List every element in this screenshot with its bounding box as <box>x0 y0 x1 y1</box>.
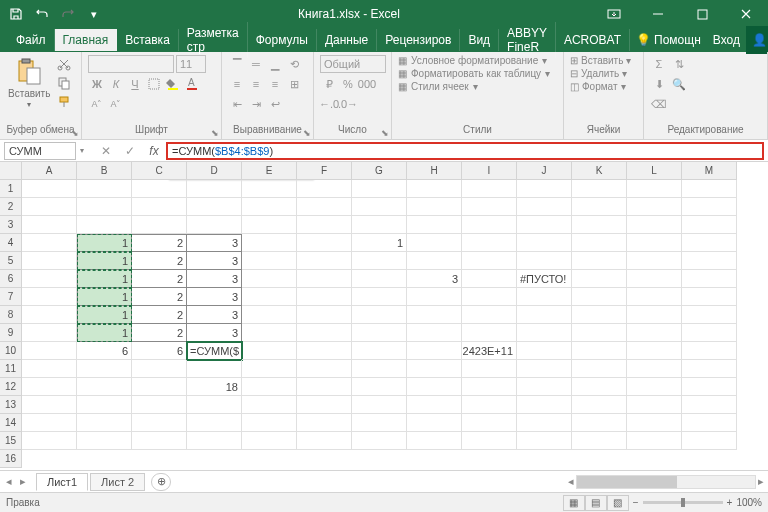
col-header-C[interactable]: C <box>132 162 187 180</box>
cell-K14[interactable] <box>572 396 627 414</box>
cell-G1[interactable] <box>352 180 407 198</box>
cell-I14[interactable] <box>462 396 517 414</box>
tab-view[interactable]: Вид <box>460 29 499 51</box>
cell-I13[interactable] <box>462 378 517 396</box>
delete-cells-button[interactable]: ⊟Удалить▾ <box>570 68 627 79</box>
cell-K6[interactable] <box>572 270 627 288</box>
cell-H2[interactable] <box>407 198 462 216</box>
col-header-M[interactable]: M <box>682 162 737 180</box>
sign-in[interactable]: Вход <box>707 33 746 47</box>
cell-J16[interactable] <box>517 432 572 450</box>
cell-C15[interactable] <box>132 414 187 432</box>
cell-C3[interactable] <box>132 216 187 234</box>
row-header-15[interactable]: 15 <box>0 432 22 450</box>
cell-styles-button[interactable]: ▦Стили ячеек▾ <box>398 81 478 92</box>
tab-data[interactable]: Данные <box>317 29 377 51</box>
italic-button[interactable]: К <box>107 75 125 93</box>
cell-D6[interactable]: 3 <box>187 270 242 288</box>
cell-K7[interactable] <box>572 288 627 306</box>
cell-E5[interactable] <box>242 252 297 270</box>
cell-I6[interactable] <box>462 270 517 288</box>
cell-E2[interactable] <box>242 198 297 216</box>
dialog-launcher-icon[interactable]: ⬊ <box>211 128 219 138</box>
cell-L15[interactable] <box>627 414 682 432</box>
cell-A5[interactable] <box>22 252 77 270</box>
cell-D13[interactable]: 18 <box>187 378 242 396</box>
zoom-slider[interactable] <box>643 501 723 504</box>
row-header-9[interactable]: 9 <box>0 324 22 342</box>
cell-C4[interactable]: 2 <box>132 234 187 252</box>
sheet-nav-prev-icon[interactable]: ◂ <box>6 475 12 488</box>
cell-M1[interactable] <box>682 180 737 198</box>
cell-I15[interactable] <box>462 414 517 432</box>
cell-D15[interactable] <box>187 414 242 432</box>
minimize-icon[interactable] <box>636 0 680 28</box>
cell-F3[interactable] <box>297 216 352 234</box>
close-icon[interactable] <box>724 0 768 28</box>
cell-K3[interactable] <box>572 216 627 234</box>
cell-F15[interactable] <box>297 414 352 432</box>
cell-D3[interactable] <box>187 216 242 234</box>
qat-dropdown-icon[interactable]: ▾ <box>82 2 106 26</box>
row-header-2[interactable]: 2 <box>0 198 22 216</box>
horizontal-scrollbar[interactable] <box>576 475 756 489</box>
col-header-K[interactable]: K <box>572 162 627 180</box>
cell-E13[interactable] <box>242 378 297 396</box>
tab-insert[interactable]: Вставка <box>117 29 179 51</box>
cell-J1[interactable] <box>517 180 572 198</box>
redo-icon[interactable] <box>56 2 80 26</box>
dialog-launcher-icon[interactable]: ⬊ <box>303 128 311 138</box>
cell-B16[interactable] <box>77 432 132 450</box>
cell-M16[interactable] <box>682 432 737 450</box>
cancel-button[interactable]: ✕ <box>94 141 118 161</box>
cell-F8[interactable] <box>297 306 352 324</box>
cell-M8[interactable] <box>682 306 737 324</box>
col-header-G[interactable]: G <box>352 162 407 180</box>
cell-M13[interactable] <box>682 378 737 396</box>
cell-B15[interactable] <box>77 414 132 432</box>
cell-L13[interactable] <box>627 378 682 396</box>
merge-icon[interactable]: ⊞ <box>285 75 303 93</box>
cell-J5[interactable] <box>517 252 572 270</box>
cell-L8[interactable] <box>627 306 682 324</box>
row-header-13[interactable]: 13 <box>0 396 22 414</box>
row-header-6[interactable]: 6 <box>0 270 22 288</box>
cell-I8[interactable] <box>462 306 517 324</box>
cell-A14[interactable] <box>22 396 77 414</box>
cell-D2[interactable] <box>187 198 242 216</box>
cell-C5[interactable]: 2 <box>132 252 187 270</box>
cell-D1[interactable] <box>187 180 242 198</box>
clear-icon[interactable]: ⌫ <box>650 95 668 113</box>
cell-E14[interactable] <box>242 396 297 414</box>
align-center-icon[interactable]: ≡ <box>247 75 265 93</box>
cell-G7[interactable] <box>352 288 407 306</box>
cell-C9[interactable]: 2 <box>132 324 187 342</box>
tab-acrobat[interactable]: ACROBAT <box>556 29 630 51</box>
align-left-icon[interactable]: ≡ <box>228 75 246 93</box>
cell-I4[interactable] <box>462 234 517 252</box>
cell-C1[interactable] <box>132 180 187 198</box>
cell-A2[interactable] <box>22 198 77 216</box>
cell-K11[interactable] <box>572 342 627 360</box>
orientation-icon[interactable]: ⟲ <box>285 55 303 73</box>
cell-I16[interactable] <box>462 432 517 450</box>
cell-M4[interactable] <box>682 234 737 252</box>
normal-view-icon[interactable]: ▦ <box>563 495 585 511</box>
sort-filter-icon[interactable]: ⇅ <box>670 55 688 73</box>
row-header-5[interactable]: 5 <box>0 252 22 270</box>
cell-D12[interactable] <box>187 360 242 378</box>
insert-cells-button[interactable]: ⊞Вставить▾ <box>570 55 631 66</box>
fill-color-button[interactable] <box>164 75 182 93</box>
number-format-dropdown[interactable]: Общий <box>320 55 386 73</box>
align-middle-icon[interactable]: ═ <box>247 55 265 73</box>
cell-K15[interactable] <box>572 414 627 432</box>
cell-H7[interactable] <box>407 288 462 306</box>
bold-button[interactable]: Ж <box>88 75 106 93</box>
scroll-left-icon[interactable]: ◂ <box>568 475 574 488</box>
cell-A11[interactable] <box>22 342 77 360</box>
cell-E9[interactable] <box>242 324 297 342</box>
cut-icon[interactable] <box>55 55 73 73</box>
cell-I2[interactable] <box>462 198 517 216</box>
cell-L11[interactable] <box>627 342 682 360</box>
cell-B6[interactable]: 1 <box>77 270 132 288</box>
